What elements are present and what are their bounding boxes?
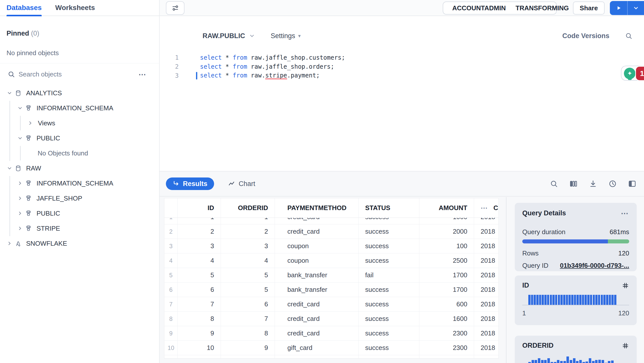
table-cell[interactable]: credit_card — [275, 297, 359, 312]
table-cell[interactable]: 5 — [221, 283, 275, 297]
table-cell[interactable]: credit_card — [275, 224, 359, 239]
table-cell[interactable]: 8 — [175, 312, 221, 326]
column-header-orderid[interactable]: ORDERID — [221, 198, 275, 218]
table-cell[interactable]: gift_card — [275, 341, 359, 355]
table-cell[interactable]: 3 — [221, 239, 275, 253]
table-cell[interactable]: fail — [359, 268, 419, 283]
table-row[interactable]: 665bank_transfersuccess17002018 — [164, 283, 499, 297]
columns-button[interactable] — [569, 179, 578, 188]
table-cell[interactable]: success — [359, 341, 419, 355]
editor-search-button[interactable] — [625, 32, 632, 40]
table-cell[interactable]: 2018 — [474, 341, 499, 355]
chevron-down-icon[interactable] — [6, 165, 13, 171]
query-id-link[interactable]: 01b349f6-0000-d793-... — [560, 262, 629, 269]
chevron-right-icon[interactable] — [6, 240, 13, 246]
table-cell[interactable]: 2018 — [474, 297, 499, 312]
code-line-1[interactable]: 1select * from raw.jaffle_shop.customers… — [160, 53, 644, 62]
table-cell[interactable]: 4 — [221, 253, 275, 268]
table-cell[interactable]: 2018 — [474, 283, 499, 297]
tab-worksheets[interactable]: Worksheets — [55, 0, 95, 16]
table-cell[interactable]: 2018 — [474, 253, 499, 268]
tree-item-stripe[interactable]: STRIPE — [0, 221, 159, 236]
filters-button[interactable] — [166, 1, 184, 15]
chevron-right-icon[interactable] — [17, 225, 24, 231]
tree-item-views[interactable]: Views — [0, 116, 159, 131]
table-row[interactable]: 333couponsuccess1002018 — [164, 239, 499, 253]
panel-resizer[interactable] — [506, 197, 506, 363]
table-cell[interactable]: 2018 — [474, 224, 499, 239]
column-header-status[interactable]: STATUS — [359, 198, 419, 218]
table-cell[interactable]: 5 — [175, 268, 221, 283]
number-type-icon[interactable] — [622, 282, 629, 289]
run-options-button[interactable] — [628, 1, 644, 15]
table-cell[interactable]: success — [359, 312, 419, 326]
table-row[interactable]: 776credit_cardsuccess6002018 — [164, 297, 499, 312]
code-line-2[interactable]: 2select * from raw.jaffle_shop.orders; — [160, 62, 644, 71]
table-row[interactable]: 222credit_cardsuccess20002018 — [164, 224, 499, 239]
object-search[interactable]: Search objects ⋯ — [0, 68, 159, 81]
table-cell[interactable]: 9 — [175, 326, 221, 341]
chevron-right-icon[interactable] — [17, 195, 24, 201]
table-cell[interactable]: 9 — [221, 341, 275, 355]
sql-editor[interactable]: 1select * from raw.jaffle_shop.customers… — [160, 51, 644, 171]
column-header-id[interactable]: ID — [175, 198, 221, 218]
split-panel-button[interactable] — [628, 179, 636, 188]
table-cell[interactable]: 1700 — [419, 283, 474, 297]
table-cell[interactable]: success — [359, 326, 419, 341]
query-history-button[interactable] — [608, 179, 617, 188]
query-details-menu[interactable]: ⋯ — [621, 209, 629, 218]
table-cell[interactable]: 2018 — [474, 312, 499, 326]
table-cell[interactable]: 8 — [221, 326, 275, 341]
table-cell[interactable]: success — [359, 239, 419, 253]
table-cell[interactable]: success — [359, 297, 419, 312]
table-row[interactable]: 887credit_cardsuccess16002018 — [164, 312, 499, 326]
table-row[interactable]: 10109gift_cardsuccess23002018 — [164, 341, 499, 355]
table-cell[interactable]: 2018 — [474, 268, 499, 283]
table-cell[interactable]: credit_card — [275, 326, 359, 341]
share-button[interactable]: Share — [573, 2, 605, 15]
code-versions-button[interactable]: Code Versions — [562, 32, 609, 40]
sidebar-more-menu[interactable]: ⋯ — [139, 70, 147, 79]
tree-item-jaffle-shop[interactable]: JAFFLE_SHOP — [0, 191, 159, 206]
table-cell[interactable]: 600 — [419, 297, 474, 312]
table-cell[interactable]: 6 — [221, 297, 275, 312]
table-cell[interactable]: success — [359, 253, 419, 268]
table-cell[interactable]: 100 — [419, 239, 474, 253]
chevron-right-icon[interactable] — [17, 180, 24, 186]
table-cell[interactable]: 7 — [175, 297, 221, 312]
table-row[interactable]: 998credit_cardsuccess23002018 — [164, 326, 499, 341]
table-cell[interactable]: 6 — [175, 283, 221, 297]
number-type-icon[interactable] — [622, 342, 629, 349]
download-results-button[interactable] — [589, 179, 597, 188]
table-row[interactable]: 444couponsuccess25002018 — [164, 253, 499, 268]
table-cell[interactable]: 2 — [221, 224, 275, 239]
table-cell[interactable]: 2 — [175, 224, 221, 239]
tree-item-information-schema[interactable]: INFORMATION_SCHEMA — [0, 101, 159, 116]
table-cell[interactable]: 2300 — [419, 341, 474, 355]
tree-item-raw[interactable]: RAW — [0, 161, 159, 176]
chevron-right-icon[interactable] — [27, 120, 34, 126]
table-cell[interactable]: bank_transfer — [275, 268, 359, 283]
column-header-created[interactable]: ⋯CREATED — [474, 198, 499, 218]
table-cell[interactable]: credit_card — [275, 312, 359, 326]
table-cell[interactable]: success — [359, 283, 419, 297]
tab-results[interactable]: Results — [166, 177, 214, 190]
settings-dropdown[interactable]: Settings ▾ — [271, 32, 301, 40]
chevron-down-icon[interactable] — [6, 90, 13, 96]
search-results-button[interactable] — [550, 179, 558, 188]
table-cell[interactable]: 10 — [175, 341, 221, 355]
table-cell[interactable]: 1700 — [419, 268, 474, 283]
table-cell[interactable]: 2500 — [419, 253, 474, 268]
column-header-amount[interactable]: AMOUNT — [419, 198, 474, 218]
table-cell[interactable]: 1600 — [419, 312, 474, 326]
copilot-suggestion-chip[interactable]: ✦ 1 — [621, 66, 644, 81]
table-cell[interactable]: 4 — [175, 253, 221, 268]
chevron-down-icon[interactable] — [17, 135, 24, 141]
table-row[interactable]: 555bank_transferfail17002018 — [164, 268, 499, 283]
database-schema-selector[interactable]: RAW.PUBLIC — [203, 32, 255, 40]
column-header-paymentmethod[interactable]: PAYMENTMETHOD — [275, 198, 359, 218]
table-cell[interactable]: 2018 — [474, 239, 499, 253]
table-cell[interactable]: success — [359, 224, 419, 239]
chevron-down-icon[interactable] — [17, 105, 24, 111]
session-context-button[interactable]: ACCOUNTADMIN TRANSFORMING — [443, 2, 557, 15]
